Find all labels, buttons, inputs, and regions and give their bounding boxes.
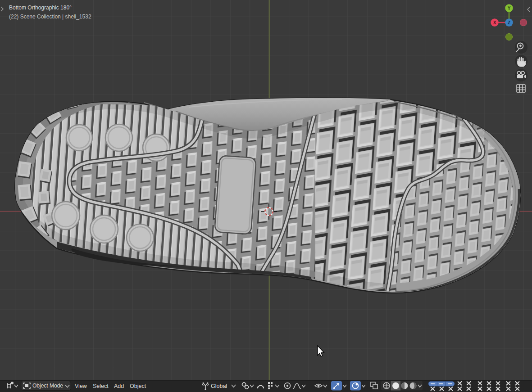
- svg-text:Z: Z: [508, 20, 510, 25]
- svg-text:Global: Global: [211, 383, 227, 389]
- svg-text:Object: Object: [130, 383, 146, 389]
- svg-text:(22) Scene Collection | shell_: (22) Scene Collection | shell_1532: [9, 14, 91, 20]
- svg-text:Add: Add: [114, 383, 124, 389]
- svg-text:Y: Y: [508, 6, 511, 11]
- svg-text:Object Mode: Object Mode: [32, 383, 63, 389]
- svg-text:Select: Select: [93, 383, 109, 389]
- svg-text:View: View: [75, 383, 87, 389]
- svg-text:X: X: [493, 20, 496, 25]
- svg-text:Bottom Orthographic 180°: Bottom Orthographic 180°: [9, 5, 72, 11]
